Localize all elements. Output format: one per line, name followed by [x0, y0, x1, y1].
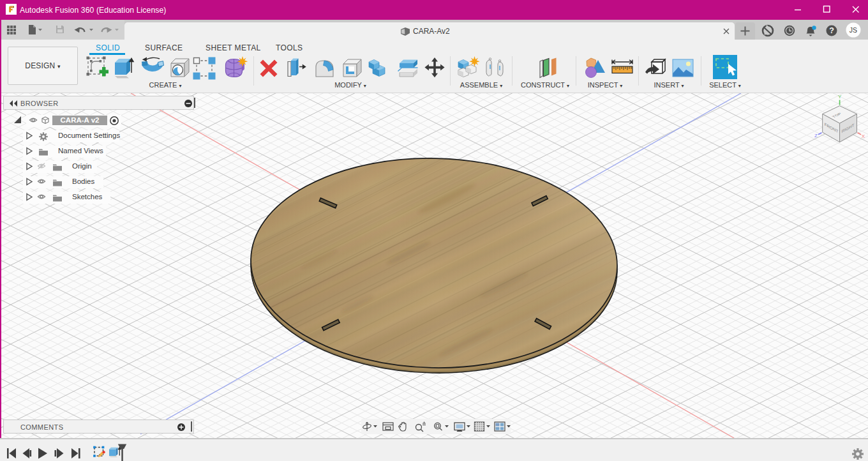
svg-text:Z: Z	[814, 133, 818, 139]
svg-text:Y: Y	[838, 94, 842, 100]
svg-text:?: ?	[829, 26, 834, 35]
svg-text:JS: JS	[849, 26, 857, 34]
svg-text:X: X	[862, 133, 865, 139]
